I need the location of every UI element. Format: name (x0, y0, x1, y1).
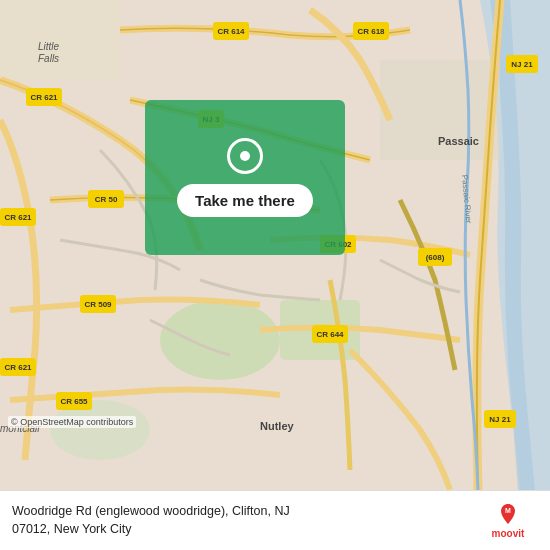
svg-text:CR 614: CR 614 (217, 27, 245, 36)
map-highlight-overlay: Take me there (145, 100, 345, 255)
bottom-bar: Woodridge Rd (englewood woodridge), Clif… (0, 490, 550, 550)
svg-text:CR 644: CR 644 (316, 330, 344, 339)
svg-text:CR 655: CR 655 (60, 397, 88, 406)
svg-point-1 (160, 300, 280, 380)
moovit-icon: M (496, 502, 520, 526)
svg-rect-4 (0, 0, 120, 80)
svg-text:CR 50: CR 50 (95, 195, 118, 204)
svg-text:(608): (608) (426, 253, 445, 262)
svg-text:Falls: Falls (38, 53, 59, 64)
address-text: Woodridge Rd (englewood woodridge), Clif… (12, 503, 478, 538)
take-me-there-button[interactable]: Take me there (177, 184, 313, 217)
moovit-logo: M moovit (478, 502, 538, 539)
map-container: CR 614 CR 618 CR 621 NJ 21 NJ 3 CR 621 C… (0, 0, 550, 490)
svg-text:NJ 21: NJ 21 (511, 60, 533, 69)
svg-text:CR 621: CR 621 (30, 93, 58, 102)
moovit-label: moovit (492, 528, 525, 539)
svg-text:CR 509: CR 509 (84, 300, 112, 309)
svg-text:CR 621: CR 621 (4, 213, 32, 222)
svg-text:NJ 21: NJ 21 (489, 415, 511, 424)
location-pin (227, 138, 263, 174)
svg-text:Passaic: Passaic (438, 135, 479, 147)
svg-text:CR 618: CR 618 (357, 27, 385, 36)
osm-credit: © OpenStreetMap contributors (8, 416, 136, 428)
svg-text:Little: Little (38, 41, 60, 52)
svg-text:M: M (505, 507, 511, 514)
svg-text:CR 621: CR 621 (4, 363, 32, 372)
svg-text:Nutley: Nutley (260, 420, 295, 432)
